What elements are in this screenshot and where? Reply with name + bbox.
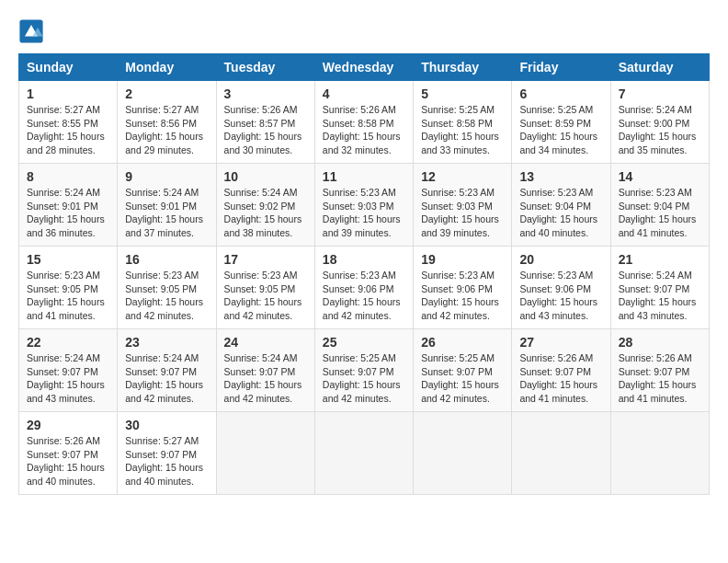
- table-row: 24 Sunrise: 5:24 AM Sunset: 9:07 PM Dayl…: [216, 329, 314, 412]
- table-row: 7 Sunrise: 5:24 AM Sunset: 9:00 PM Dayli…: [610, 81, 709, 164]
- table-row: 12 Sunrise: 5:23 AM Sunset: 9:03 PM Dayl…: [414, 164, 512, 247]
- table-row: 20 Sunrise: 5:23 AM Sunset: 9:06 PM Dayl…: [512, 247, 610, 329]
- day-number: 2: [125, 86, 208, 101]
- logo: [18, 18, 48, 44]
- day-number: 19: [421, 252, 504, 267]
- day-info: Sunrise: 5:25 AM Sunset: 9:07 PM Dayligh…: [421, 351, 504, 406]
- table-row: 11 Sunrise: 5:23 AM Sunset: 9:03 PM Dayl…: [314, 164, 413, 247]
- day-info: Sunrise: 5:23 AM Sunset: 9:06 PM Dayligh…: [519, 269, 602, 323]
- table-row: 1 Sunrise: 5:27 AM Sunset: 8:55 PM Dayli…: [19, 81, 118, 164]
- day-number: 16: [125, 252, 208, 267]
- day-number: 3: [224, 86, 307, 101]
- day-info: Sunrise: 5:24 AM Sunset: 9:07 PM Dayligh…: [224, 351, 307, 406]
- day-info: Sunrise: 5:23 AM Sunset: 9:06 PM Dayligh…: [421, 269, 504, 323]
- day-info: Sunrise: 5:23 AM Sunset: 9:03 PM Dayligh…: [421, 186, 504, 240]
- weekday-header-wednesday: Wednesday: [314, 54, 413, 81]
- day-number: 14: [619, 169, 701, 184]
- table-row: [314, 412, 413, 495]
- table-row: 18 Sunrise: 5:23 AM Sunset: 9:06 PM Dayl…: [314, 247, 413, 329]
- logo-icon: [18, 18, 44, 44]
- table-row: 26 Sunrise: 5:25 AM Sunset: 9:07 PM Dayl…: [414, 329, 512, 412]
- table-row: 5 Sunrise: 5:25 AM Sunset: 8:58 PM Dayli…: [414, 81, 512, 164]
- calendar-week-1: 1 Sunrise: 5:27 AM Sunset: 8:55 PM Dayli…: [19, 81, 710, 164]
- day-info: Sunrise: 5:23 AM Sunset: 9:04 PM Dayligh…: [519, 186, 602, 240]
- calendar-week-3: 15 Sunrise: 5:23 AM Sunset: 9:05 PM Dayl…: [19, 247, 710, 329]
- table-row: [414, 412, 512, 495]
- day-number: 22: [27, 335, 109, 350]
- day-info: Sunrise: 5:26 AM Sunset: 8:57 PM Dayligh…: [224, 103, 307, 157]
- table-row: 2 Sunrise: 5:27 AM Sunset: 8:56 PM Dayli…: [118, 81, 216, 164]
- day-number: 23: [125, 335, 208, 350]
- table-row: 14 Sunrise: 5:23 AM Sunset: 9:04 PM Dayl…: [610, 164, 709, 247]
- day-number: 30: [125, 418, 208, 432]
- table-row: 19 Sunrise: 5:23 AM Sunset: 9:06 PM Dayl…: [414, 247, 512, 329]
- day-info: Sunrise: 5:24 AM Sunset: 9:07 PM Dayligh…: [27, 351, 109, 406]
- day-number: 13: [519, 169, 602, 184]
- weekday-header-sunday: Sunday: [19, 54, 118, 81]
- table-row: [512, 412, 610, 495]
- day-info: Sunrise: 5:25 AM Sunset: 8:58 PM Dayligh…: [421, 103, 504, 157]
- table-row: 6 Sunrise: 5:25 AM Sunset: 8:59 PM Dayli…: [512, 81, 610, 164]
- calendar-week-5: 29 Sunrise: 5:26 AM Sunset: 9:07 PM Dayl…: [19, 412, 710, 495]
- day-info: Sunrise: 5:27 AM Sunset: 8:56 PM Dayligh…: [125, 103, 208, 157]
- table-row: 27 Sunrise: 5:26 AM Sunset: 9:07 PM Dayl…: [512, 329, 610, 412]
- day-info: Sunrise: 5:26 AM Sunset: 9:07 PM Dayligh…: [519, 351, 602, 406]
- day-number: 1: [27, 86, 109, 101]
- day-number: 17: [224, 252, 307, 267]
- day-info: Sunrise: 5:25 AM Sunset: 8:59 PM Dayligh…: [519, 103, 602, 157]
- weekday-header-saturday: Saturday: [610, 54, 709, 81]
- calendar-table: SundayMondayTuesdayWednesdayThursdayFrid…: [18, 53, 710, 495]
- day-info: Sunrise: 5:23 AM Sunset: 9:06 PM Dayligh…: [323, 269, 405, 323]
- day-number: 8: [27, 169, 109, 184]
- day-number: 24: [224, 335, 307, 350]
- day-number: 21: [619, 252, 701, 267]
- day-info: Sunrise: 5:24 AM Sunset: 9:07 PM Dayligh…: [125, 351, 208, 406]
- table-row: 16 Sunrise: 5:23 AM Sunset: 9:05 PM Dayl…: [118, 247, 216, 329]
- weekday-header-thursday: Thursday: [414, 54, 512, 81]
- day-info: Sunrise: 5:26 AM Sunset: 9:07 PM Dayligh…: [27, 434, 109, 488]
- day-info: Sunrise: 5:27 AM Sunset: 9:07 PM Dayligh…: [125, 434, 208, 488]
- day-number: 20: [519, 252, 602, 267]
- day-number: 5: [421, 86, 504, 101]
- day-info: Sunrise: 5:23 AM Sunset: 9:05 PM Dayligh…: [27, 269, 109, 323]
- day-number: 6: [519, 86, 602, 101]
- table-row: 10 Sunrise: 5:24 AM Sunset: 9:02 PM Dayl…: [216, 164, 314, 247]
- table-row: 25 Sunrise: 5:25 AM Sunset: 9:07 PM Dayl…: [314, 329, 413, 412]
- day-number: 7: [619, 86, 701, 101]
- table-row: 23 Sunrise: 5:24 AM Sunset: 9:07 PM Dayl…: [118, 329, 216, 412]
- table-row: 8 Sunrise: 5:24 AM Sunset: 9:01 PM Dayli…: [19, 164, 118, 247]
- day-info: Sunrise: 5:24 AM Sunset: 9:01 PM Dayligh…: [125, 186, 208, 240]
- table-row: [610, 412, 709, 495]
- weekday-header-row: SundayMondayTuesdayWednesdayThursdayFrid…: [19, 54, 710, 81]
- day-number: 12: [421, 169, 504, 184]
- day-info: Sunrise: 5:26 AM Sunset: 9:07 PM Dayligh…: [619, 351, 701, 406]
- day-number: 27: [519, 335, 602, 350]
- day-info: Sunrise: 5:24 AM Sunset: 9:02 PM Dayligh…: [224, 186, 307, 240]
- day-info: Sunrise: 5:24 AM Sunset: 9:07 PM Dayligh…: [619, 269, 701, 323]
- weekday-header-tuesday: Tuesday: [216, 54, 314, 81]
- table-row: 22 Sunrise: 5:24 AM Sunset: 9:07 PM Dayl…: [19, 329, 118, 412]
- day-info: Sunrise: 5:23 AM Sunset: 9:03 PM Dayligh…: [323, 186, 405, 240]
- table-row: 28 Sunrise: 5:26 AM Sunset: 9:07 PM Dayl…: [610, 329, 709, 412]
- weekday-header-friday: Friday: [512, 54, 610, 81]
- day-info: Sunrise: 5:24 AM Sunset: 9:01 PM Dayligh…: [27, 186, 109, 240]
- table-row: [216, 412, 314, 495]
- calendar-week-4: 22 Sunrise: 5:24 AM Sunset: 9:07 PM Dayl…: [19, 329, 710, 412]
- table-row: 30 Sunrise: 5:27 AM Sunset: 9:07 PM Dayl…: [118, 412, 216, 495]
- header: [18, 18, 710, 44]
- table-row: 3 Sunrise: 5:26 AM Sunset: 8:57 PM Dayli…: [216, 81, 314, 164]
- day-info: Sunrise: 5:23 AM Sunset: 9:04 PM Dayligh…: [619, 186, 701, 240]
- day-info: Sunrise: 5:23 AM Sunset: 9:05 PM Dayligh…: [224, 269, 307, 323]
- day-info: Sunrise: 5:26 AM Sunset: 8:58 PM Dayligh…: [323, 103, 405, 157]
- table-row: 4 Sunrise: 5:26 AM Sunset: 8:58 PM Dayli…: [314, 81, 413, 164]
- day-number: 25: [323, 335, 405, 350]
- day-number: 18: [323, 252, 405, 267]
- table-row: 21 Sunrise: 5:24 AM Sunset: 9:07 PM Dayl…: [610, 247, 709, 329]
- day-number: 11: [323, 169, 405, 184]
- day-info: Sunrise: 5:27 AM Sunset: 8:55 PM Dayligh…: [27, 103, 109, 157]
- day-number: 15: [27, 252, 109, 267]
- day-number: 28: [619, 335, 701, 350]
- day-number: 9: [125, 169, 208, 184]
- table-row: 13 Sunrise: 5:23 AM Sunset: 9:04 PM Dayl…: [512, 164, 610, 247]
- day-number: 29: [27, 418, 109, 432]
